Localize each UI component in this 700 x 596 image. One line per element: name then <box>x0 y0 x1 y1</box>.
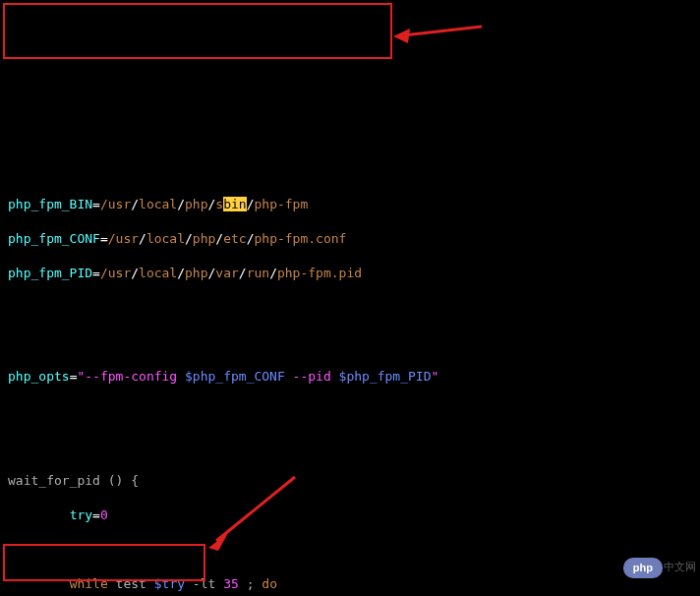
svg-marker-1 <box>393 29 410 43</box>
php-watermark-icon: php <box>623 558 663 578</box>
arrow-top-icon <box>388 24 487 43</box>
annotation-box-top <box>3 3 392 59</box>
terminal-output: php_fpm_BIN=/usr/local/php/sbin/php-fpm … <box>8 196 692 596</box>
site-watermark: 中文网 <box>664 560 696 574</box>
svg-line-0 <box>403 27 482 35</box>
